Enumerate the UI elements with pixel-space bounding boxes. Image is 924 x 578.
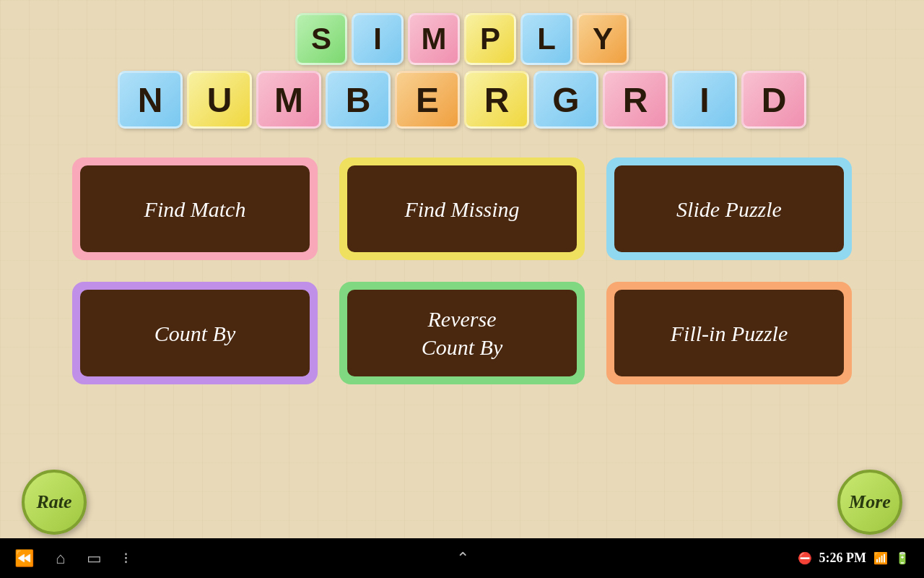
rate-label: Rate bbox=[36, 491, 71, 513]
letter-I2: I bbox=[672, 71, 737, 129]
up-arrow-icon: ⌃ bbox=[456, 549, 469, 568]
rate-button[interactable]: Rate bbox=[22, 470, 87, 535]
do-not-disturb-icon: ⛔ bbox=[798, 551, 812, 565]
letter-M1: M bbox=[408, 13, 460, 65]
wifi-icon: 📶 bbox=[873, 551, 888, 565]
games-grid: Find Match Find Missing Slide Puzzle Cou… bbox=[0, 129, 924, 399]
more-label: More bbox=[849, 491, 891, 513]
letter-P: P bbox=[464, 13, 516, 65]
more-button[interactable]: More bbox=[837, 470, 902, 535]
status-right: ⛔ 5:26 PM 📶 🔋 bbox=[798, 551, 910, 566]
letter-R2: R bbox=[603, 71, 668, 129]
status-bar: ⏪ ⌂ ▭ ⁝ ⌃ ⛔ 5:26 PM 📶 🔋 bbox=[0, 538, 924, 578]
find-missing-button[interactable]: Find Missing bbox=[339, 158, 585, 260]
back-icon[interactable]: ⏪ bbox=[14, 549, 34, 568]
fill-in-puzzle-button[interactable]: Fill-in Puzzle bbox=[606, 282, 852, 384]
slide-puzzle-button[interactable]: Slide Puzzle bbox=[606, 158, 852, 260]
letter-B: B bbox=[326, 71, 391, 129]
letter-U: U bbox=[187, 71, 252, 129]
menu-icon[interactable]: ⁝ bbox=[123, 549, 128, 568]
count-by-button[interactable]: Count By bbox=[72, 282, 318, 384]
home-icon[interactable]: ⌂ bbox=[56, 549, 65, 568]
letter-I: I bbox=[352, 13, 404, 65]
letter-G: G bbox=[533, 71, 598, 129]
title-row-simply: S I M P L Y bbox=[295, 13, 629, 65]
letter-L: L bbox=[520, 13, 572, 65]
letter-S: S bbox=[295, 13, 347, 65]
find-match-button[interactable]: Find Match bbox=[72, 158, 318, 260]
title-area: S I M P L Y N U M B E R G R I D bbox=[0, 0, 924, 129]
letter-Y: Y bbox=[577, 13, 629, 65]
app-container: S I M P L Y N U M B E R G R I D Find Mat… bbox=[0, 0, 924, 399]
recents-icon[interactable]: ▭ bbox=[87, 549, 102, 568]
bottom-bar: Rate More bbox=[0, 470, 924, 535]
letter-R: R bbox=[464, 71, 529, 129]
letter-D: D bbox=[741, 71, 806, 129]
letter-E: E bbox=[395, 71, 460, 129]
battery-icon: 🔋 bbox=[895, 551, 910, 565]
letter-M2: M bbox=[256, 71, 321, 129]
nav-icons: ⏪ ⌂ ▭ ⁝ bbox=[14, 549, 128, 568]
letter-N: N bbox=[118, 71, 183, 129]
reverse-count-by-button[interactable]: Reverse Count By bbox=[339, 282, 585, 384]
title-row-number-grid: N U M B E R G R I D bbox=[118, 71, 806, 129]
time-display: 5:26 PM bbox=[819, 551, 866, 566]
